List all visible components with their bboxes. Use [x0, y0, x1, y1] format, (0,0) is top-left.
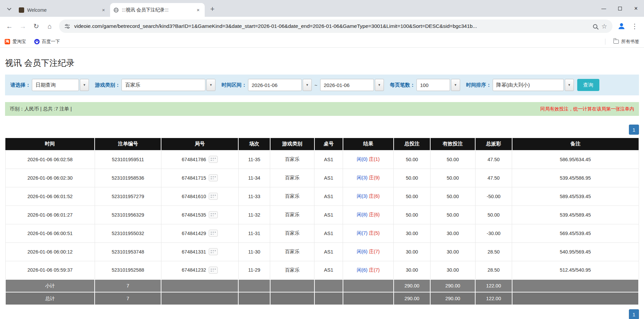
- cell-note: 589.45/539.45: [512, 187, 639, 206]
- cell-total-bet[interactable]: 30.00: [394, 224, 430, 242]
- close-tab-icon[interactable]: ×: [195, 7, 201, 13]
- notice-text: 同局有效投注，统一计算在该局第一张注单内: [540, 106, 634, 112]
- query-type-dropdown-button[interactable]: ▼: [80, 79, 89, 91]
- tab-strip: Welcome × :::视讯 会员下注纪录::: × + — ×: [0, 0, 644, 17]
- date-start-dropdown-button[interactable]: ▼: [303, 79, 312, 91]
- roadmap-icon[interactable]: [209, 193, 218, 200]
- subtotal-count: 7: [95, 279, 161, 292]
- result-player: 闲(0): [357, 156, 367, 162]
- cell-table-no: AS1: [314, 150, 343, 169]
- col-header-note: 备注: [512, 138, 639, 150]
- result-player: 闲(8): [357, 212, 367, 217]
- roadmap-icon[interactable]: [209, 248, 218, 255]
- date-start-input[interactable]: 2026-01-06: [248, 79, 302, 91]
- total-total-bet: 290.00: [394, 292, 430, 305]
- cell-game: 百家乐: [270, 224, 314, 242]
- cell-time: 2026-01-06 06:00:12: [5, 242, 95, 261]
- cell-payout: 28.50: [475, 261, 512, 279]
- tab-welcome[interactable]: Welcome ×: [15, 3, 110, 17]
- refresh-button[interactable]: ↻: [30, 20, 42, 32]
- sort-dropdown-button[interactable]: ▼: [565, 79, 574, 91]
- bookmark-baidu[interactable]: 百度一下: [34, 39, 60, 45]
- round-id-text: 674841786: [182, 157, 206, 162]
- zoom-icon[interactable]: [593, 24, 597, 29]
- cell-total-bet[interactable]: 30.00: [394, 261, 430, 279]
- date-end-input[interactable]: 2026-01-06: [320, 79, 374, 91]
- page-1-button[interactable]: 1: [629, 125, 639, 135]
- game-kind-dropdown-button[interactable]: ▼: [206, 79, 215, 91]
- page-1-button[interactable]: 1: [629, 309, 639, 319]
- subtotal-row: 小计 7 290.00 290.00 122.00: [5, 279, 639, 292]
- cell-result: 闲(7) 庄(5): [343, 224, 394, 242]
- search-button[interactable]: 查询: [577, 79, 599, 91]
- cell-total-bet[interactable]: 50.00: [394, 169, 430, 187]
- date-range-separator: ~: [314, 82, 317, 88]
- cell-table-no: AS1: [314, 206, 343, 224]
- roadmap-icon[interactable]: [209, 174, 218, 181]
- result-player: 闲(6): [357, 267, 367, 273]
- cell-total-bet[interactable]: 50.00: [394, 206, 430, 224]
- per-page-dropdown-button[interactable]: ▼: [451, 79, 460, 91]
- all-bookmarks-button[interactable]: 所有书签: [613, 39, 639, 45]
- menu-kebab-icon[interactable]: ⋮: [629, 20, 641, 32]
- cell-game: 百家乐: [270, 169, 314, 187]
- table-row: 2026-01-06 06:00:51 523101955032 6748414…: [5, 224, 639, 242]
- bookmark-star-icon[interactable]: ☆: [601, 22, 607, 30]
- date-end-dropdown-button[interactable]: ▼: [375, 79, 384, 91]
- profile-avatar[interactable]: [616, 20, 627, 32]
- roadmap-icon[interactable]: [209, 156, 218, 163]
- roadmap-icon[interactable]: [209, 267, 218, 274]
- cell-table-no: AS1: [314, 242, 343, 261]
- close-tab-icon[interactable]: ×: [100, 7, 107, 13]
- cell-game: 百家乐: [270, 187, 314, 206]
- page-content: 视讯 会员下注纪录 请选择： 日期查询 ▼ 游戏类别： 百家乐 ▼ 时间区间： …: [0, 48, 644, 319]
- minimize-button[interactable]: —: [596, 0, 612, 17]
- bookmark-aitaobao[interactable]: 淘 爱淘宝: [5, 39, 26, 45]
- forward-button[interactable]: →: [17, 20, 29, 32]
- nav-bar: ← → ↻ ⌂ videoie.com/game/betrecord_searc…: [0, 17, 644, 36]
- total-valid-bet: 290.00: [430, 292, 475, 305]
- url-text[interactable]: videoie.com/game/betrecord_search/kind3?…: [74, 23, 589, 29]
- roadmap-icon[interactable]: [209, 211, 218, 218]
- select-label: 请选择：: [10, 82, 31, 88]
- col-header-valid-bet: 有效投注: [430, 138, 475, 150]
- cell-total-bet[interactable]: 30.00: [394, 242, 430, 261]
- cell-total-bet[interactable]: 50.00: [394, 187, 430, 206]
- tab-betrecord[interactable]: :::视讯 会员下注纪录::: ×: [110, 3, 205, 17]
- all-bookmarks-label: 所有书签: [621, 39, 639, 45]
- cell-time: 2026-01-06 06:02:58: [5, 150, 95, 169]
- close-window-button[interactable]: ×: [628, 0, 644, 17]
- dropdown-arrow-icon: ▼: [568, 83, 571, 87]
- roadmap-icon[interactable]: [209, 230, 218, 237]
- per-page-input[interactable]: 100: [416, 79, 450, 91]
- folder-icon: [613, 40, 619, 44]
- cell-game: 百家乐: [270, 150, 314, 169]
- cell-valid-bet: 50.00: [430, 169, 475, 187]
- sort-input[interactable]: 降幂(由大到小): [493, 79, 564, 91]
- cell-note: 569.45/539.45: [512, 224, 639, 242]
- cell-session: 11-31: [238, 224, 270, 242]
- col-header-table-no: 桌号: [314, 138, 343, 150]
- cell-total-bet[interactable]: 50.00: [394, 150, 430, 169]
- site-info-icon[interactable]: [64, 24, 70, 29]
- cell-result: 闲(6) 庄(7): [343, 242, 394, 261]
- home-button[interactable]: ⌂: [44, 20, 56, 32]
- round-id-text: 674841429: [182, 231, 206, 236]
- cell-time: 2026-01-06 06:01:27: [5, 206, 95, 224]
- cell-valid-bet: 50.00: [430, 206, 475, 224]
- cell-time: 2026-01-06 06:00:51: [5, 224, 95, 242]
- address-bar[interactable]: videoie.com/game/betrecord_search/kind3?…: [59, 19, 612, 33]
- cell-bet-id: 523101957279: [95, 187, 161, 206]
- new-tab-button[interactable]: +: [207, 4, 217, 14]
- cell-payout: -30.00: [475, 224, 512, 242]
- chevron-down-icon: [7, 6, 11, 10]
- maximize-button[interactable]: [612, 0, 628, 17]
- cell-session: 11-29: [238, 261, 270, 279]
- back-button[interactable]: ←: [3, 20, 15, 32]
- cell-result: 闲(3) 庄(9): [343, 169, 394, 187]
- cell-table-no: AS1: [314, 224, 343, 242]
- tab-search-button[interactable]: [4, 4, 14, 14]
- game-kind-input[interactable]: 百家乐: [121, 79, 205, 91]
- query-type-input[interactable]: 日期查询: [32, 79, 79, 91]
- cell-round-id: 674841232: [161, 261, 238, 279]
